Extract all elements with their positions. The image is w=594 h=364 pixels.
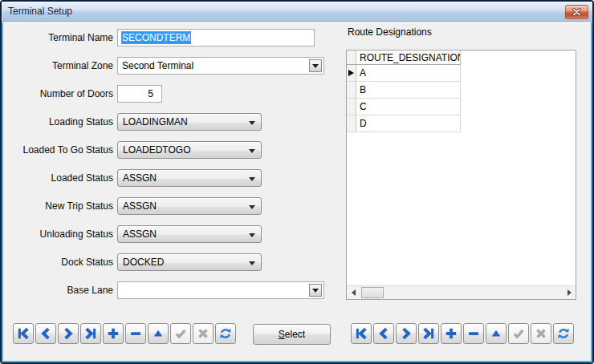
form-row-loading-status: Loading StatusLOADINGMAN — [4, 113, 324, 131]
nav-refresh-button[interactable] — [553, 323, 574, 344]
grid-row-indicator — [347, 82, 356, 98]
unloading-status-combo[interactable]: ASSGN — [117, 225, 262, 243]
terminal-zone-dropdown-button[interactable] — [309, 59, 322, 72]
cancel-icon — [533, 326, 549, 342]
nav-last-button[interactable] — [418, 323, 439, 344]
nav-first-button[interactable] — [351, 323, 372, 344]
grid-indicator-header — [347, 51, 356, 64]
loading-status-value: LOADINGMAN — [123, 116, 188, 127]
next-icon — [60, 326, 76, 342]
grid-row-indicator — [347, 115, 356, 131]
nav-refresh-button[interactable] — [215, 323, 236, 344]
grid-row-indicator — [347, 65, 356, 81]
nav-cancel-button — [531, 323, 551, 344]
unloading-status-label: Unloading Status — [4, 229, 113, 240]
delete-icon — [466, 326, 482, 342]
grid-row[interactable]: D — [347, 115, 461, 132]
nav-post-button — [508, 323, 529, 344]
dock-status-combo[interactable]: DOCKED — [117, 253, 262, 271]
loaded-to-go-status-label: Loaded To Go Status — [4, 144, 113, 156]
insert-icon — [105, 326, 121, 342]
dock-status-label: Dock Status — [4, 257, 113, 268]
scroll-right-arrow-icon — [568, 289, 572, 296]
grid-horizontal-scrollbar[interactable] — [347, 285, 576, 299]
terminal-setup-dialog: Terminal Setup Terminal NameSECONDTERMTe… — [0, 0, 594, 364]
terminal-name-input[interactable]: SECONDTERM — [117, 29, 315, 47]
nav-last-button[interactable] — [80, 323, 101, 344]
nav-post-button — [170, 323, 191, 344]
nav-insert-button[interactable] — [103, 323, 124, 344]
form-row-base-lane: Base Lane — [4, 281, 324, 299]
new-trip-status-combo[interactable]: ASSGN — [117, 197, 262, 215]
dropdown-arrow-icon — [249, 149, 255, 153]
form-row-unloading-status: Unloading StatusASSGN — [4, 225, 324, 243]
next-icon — [398, 326, 414, 342]
grid-cell[interactable]: A — [356, 65, 461, 81]
scroll-left-button[interactable] — [347, 286, 360, 299]
nav-first-button[interactable] — [13, 323, 34, 344]
refresh-icon — [555, 326, 572, 342]
grid-cell[interactable]: D — [356, 115, 461, 131]
nav-next-button[interactable] — [58, 323, 79, 344]
db-navigator-right — [351, 323, 574, 344]
loaded-status-label: Loaded Status — [4, 172, 113, 184]
form-row-terminal-zone: Terminal ZoneSecond Terminal — [4, 57, 324, 75]
terminal-form: Terminal NameSECONDTERMTerminal ZoneSeco… — [4, 29, 324, 309]
loaded-to-go-status-value: LOADEDTOGO — [123, 144, 190, 156]
dock-status-value: DOCKED — [123, 257, 164, 268]
route-designations-label: Route Designations — [348, 26, 432, 38]
nav-prior-button[interactable] — [373, 323, 394, 344]
dropdown-arrow-icon — [249, 233, 255, 237]
terminal-zone-combo[interactable]: Second Terminal — [117, 57, 324, 75]
cancel-icon — [195, 326, 211, 342]
insert-icon — [443, 326, 459, 342]
loading-status-combo[interactable]: LOADINGMAN — [117, 113, 262, 131]
loaded-to-go-status-combo[interactable]: LOADEDTOGO — [117, 141, 262, 159]
grid-cell[interactable]: C — [356, 99, 461, 115]
route-designations-grid: ROUTE_DESIGNATION ABCD — [346, 50, 576, 300]
grid-row[interactable]: B — [347, 82, 461, 99]
nav-edit-button[interactable] — [148, 323, 169, 344]
loaded-status-value: ASSGN — [123, 172, 157, 184]
scrollbar-thumb[interactable] — [361, 287, 384, 298]
grid-cell[interactable]: B — [356, 82, 461, 98]
terminal-zone-value: Second Terminal — [122, 60, 193, 71]
post-icon — [511, 326, 527, 342]
terminal-name-value: SECONDTERM — [121, 31, 191, 44]
base-lane-label: Base Lane — [4, 285, 113, 296]
grid-row[interactable]: C — [347, 99, 461, 115]
base-lane-dropdown-button[interactable] — [309, 284, 322, 297]
edit-icon — [488, 326, 504, 342]
loading-status-label: Loading Status — [4, 116, 113, 127]
nav-delete-button[interactable] — [463, 323, 484, 344]
dropdown-arrow-icon — [249, 261, 255, 265]
prior-icon — [376, 326, 392, 342]
close-icon — [572, 8, 582, 16]
close-button[interactable] — [565, 5, 588, 19]
last-icon — [421, 326, 437, 342]
window-title: Terminal Setup — [8, 6, 72, 17]
title-bar[interactable]: Terminal Setup — [2, 2, 592, 22]
number-of-doors-input[interactable]: 5 — [117, 85, 162, 103]
grid-row[interactable]: A — [347, 65, 461, 82]
scroll-left-arrow-icon — [352, 289, 356, 296]
nav-next-button[interactable] — [396, 323, 417, 344]
first-icon — [15, 326, 31, 342]
loaded-status-combo[interactable]: ASSGN — [117, 169, 262, 187]
nav-cancel-button — [193, 323, 214, 344]
nav-prior-button[interactable] — [35, 323, 56, 344]
base-lane-combo[interactable] — [117, 281, 324, 299]
select-button-label: Select — [279, 329, 305, 340]
dropdown-arrow-icon — [249, 121, 255, 125]
scroll-right-button[interactable] — [563, 286, 576, 299]
select-button[interactable]: Select — [253, 324, 331, 345]
grid-column-header[interactable]: ROUTE_DESIGNATION — [356, 51, 461, 64]
grid-rows: ABCD — [347, 65, 461, 132]
form-row-loaded-status: Loaded StatusASSGN — [4, 169, 324, 187]
last-icon — [83, 326, 99, 342]
nav-edit-button[interactable] — [486, 323, 507, 344]
edit-icon — [150, 326, 166, 342]
nav-insert-button[interactable] — [441, 323, 462, 344]
post-icon — [173, 326, 189, 342]
nav-delete-button[interactable] — [125, 323, 146, 344]
